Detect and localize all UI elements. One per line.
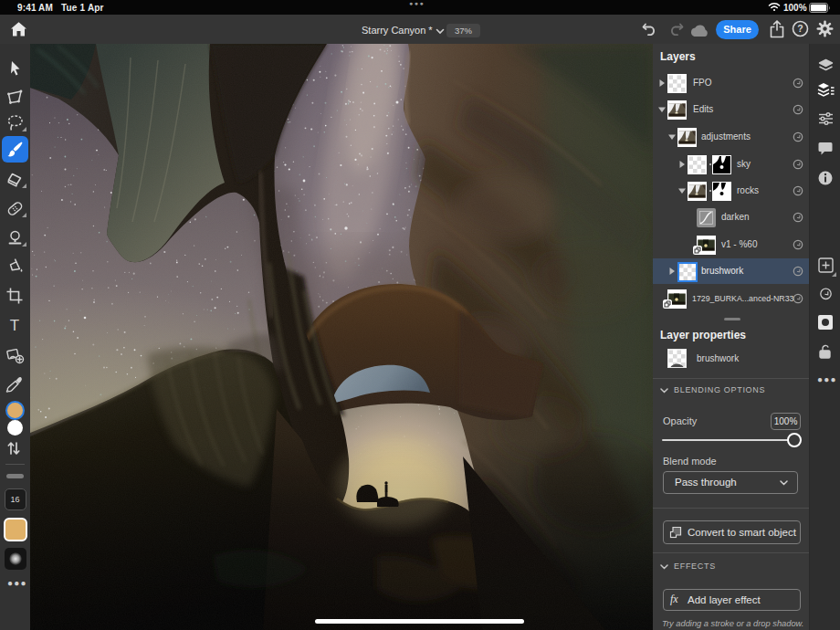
svg-text:T: T bbox=[10, 317, 19, 334]
svg-text:?: ? bbox=[797, 23, 803, 34]
